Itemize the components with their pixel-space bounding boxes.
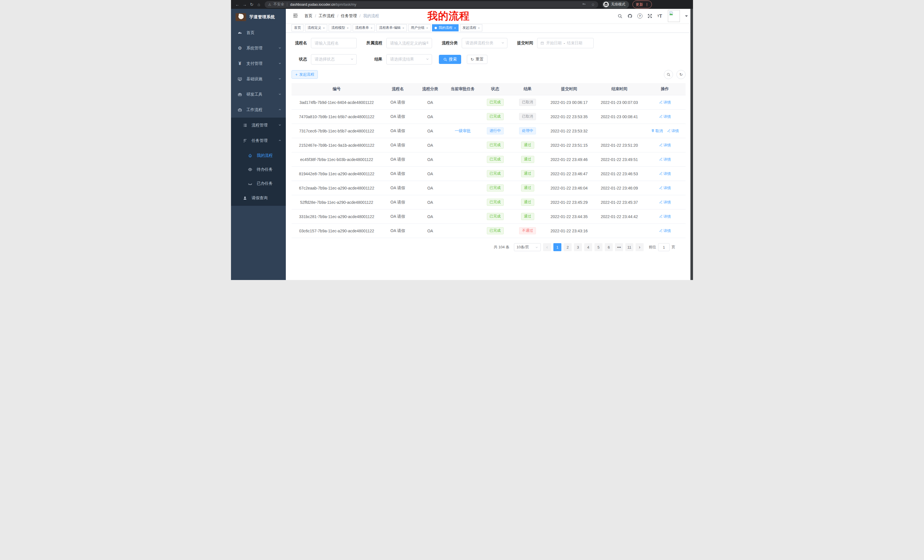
avatar[interactable] <box>668 10 680 22</box>
close-icon[interactable]: × <box>478 26 480 30</box>
detail-link[interactable]: 详情 <box>659 200 671 205</box>
page-button-6[interactable]: 6 <box>605 243 613 251</box>
cell-category: OA <box>414 167 447 181</box>
page-button-1[interactable]: 1 <box>554 243 561 251</box>
current-task-link[interactable]: 一级审批 <box>455 129 471 133</box>
submit-time-range-picker[interactable]: 开始日期 - 结束日期 <box>537 38 594 48</box>
breadcrumb-workflow[interactable]: 工作流程 <box>319 13 334 18</box>
detail-label: 详情 <box>664 171 671 177</box>
sidebar-collapse-icon[interactable] <box>292 13 298 19</box>
sidebar-item-dev-tools[interactable]: 研发工具 <box>231 87 286 102</box>
sidebar-item-done-tasks[interactable]: 已办任务 <box>231 177 286 190</box>
next-page-button[interactable]: › <box>636 243 644 251</box>
browser-forward-icon[interactable]: → <box>241 1 248 8</box>
tab-process-definition[interactable]: 流程定义× <box>305 24 327 31</box>
close-icon[interactable]: × <box>346 26 348 30</box>
start-process-button[interactable]: + 发起流程 <box>291 70 318 79</box>
tags-bar: 首页流程定义×流程模型×流程表单×流程表单-编辑×用户分组×我的流程×发起流程× <box>286 23 693 33</box>
browser-back-icon[interactable]: ← <box>234 1 241 8</box>
tab-process-form[interactable]: 流程表单× <box>352 24 375 31</box>
password-key-icon[interactable] <box>582 2 586 7</box>
sidebar-item-todo-tasks[interactable]: 待办任务 <box>231 162 286 177</box>
sidebar-item-process-management[interactable]: 流程管理 <box>231 118 286 133</box>
detail-link[interactable]: 详情 <box>659 100 671 105</box>
page-button-3[interactable]: 3 <box>574 243 582 251</box>
filter-row-1: 流程名 所属流程 流程分类 请选择流程分类 提交时间 开始日期 <box>291 38 686 48</box>
search-icon[interactable] <box>617 13 622 18</box>
cell-submit-time: 2022-01-23 00:06:17 <box>544 95 594 109</box>
detail-link[interactable]: 详情 <box>659 114 671 119</box>
sidebar-item-task-management[interactable]: 任务管理 <box>231 133 286 148</box>
browser-menu-icon[interactable]: ⋮ <box>645 2 649 7</box>
process-category-select[interactable]: 请选择流程分类 <box>462 38 507 48</box>
result-select[interactable]: 请选择流结果 <box>386 54 432 64</box>
cell-result: 不通过 <box>512 224 544 238</box>
cell-current-task <box>447 109 479 124</box>
reset-button[interactable]: ↻ 重置 <box>467 55 488 64</box>
sidebar-item-workflow[interactable]: 工作流程 <box>231 102 286 118</box>
breadcrumb-task-management[interactable]: 任务管理 <box>341 13 357 18</box>
close-icon[interactable]: × <box>454 26 456 30</box>
sidebar-item-home[interactable]: 首页 <box>231 25 286 40</box>
browser-reload-icon[interactable]: ↻ <box>248 1 255 8</box>
breadcrumb-home[interactable]: 首页 <box>304 13 312 18</box>
detail-link[interactable]: 详情 <box>659 157 671 162</box>
cancel-link[interactable]: 取消 <box>651 129 663 133</box>
edit-icon <box>659 172 663 176</box>
sidebar-item-infrastructure[interactable]: 基础设施 <box>231 71 286 87</box>
tab-user-group[interactable]: 用户分组× <box>408 24 430 31</box>
tab-home[interactable]: 首页 <box>291 24 303 31</box>
detail-link[interactable]: 详情 <box>659 186 671 191</box>
cell-process-name: OA 请假 <box>382 153 414 167</box>
page-button-5[interactable]: 5 <box>594 243 603 251</box>
show-search-button[interactable] <box>664 70 673 79</box>
status-badge: 已完成 <box>487 213 504 220</box>
detail-link[interactable]: 详情 <box>667 129 679 133</box>
close-icon[interactable]: × <box>323 26 325 30</box>
tab-process-model[interactable]: 流程模型× <box>328 24 351 31</box>
refresh-button[interactable]: ↻ <box>676 70 686 79</box>
os-scrollbar[interactable] <box>690 9 693 280</box>
chevron-down-icon <box>278 92 282 97</box>
page-button-11[interactable]: 11 <box>626 243 633 251</box>
process-name-input[interactable] <box>311 38 357 48</box>
close-icon[interactable]: × <box>370 26 372 30</box>
edit-icon <box>659 229 663 233</box>
sidebar-item-my-process[interactable]: 我的流程 <box>231 148 286 162</box>
process-definition-input[interactable] <box>386 38 432 48</box>
prev-page-button[interactable]: ‹ <box>543 243 551 251</box>
cell-id: 67c2eaab-7b9a-11ec-a290-acde48001122 <box>291 181 382 195</box>
tab-my-process[interactable]: 我的流程× <box>432 24 458 31</box>
bookmark-star-icon[interactable]: ☆ <box>591 2 595 7</box>
sidebar-item-system-management[interactable]: ⚙系统管理 <box>231 40 286 56</box>
chevron-down-icon[interactable] <box>685 15 688 18</box>
sidebar-item-payment-management[interactable]: ¥支付管理 <box>231 56 286 71</box>
detail-link[interactable]: 详情 <box>659 143 671 148</box>
more-pages-button[interactable]: ••• <box>615 243 623 251</box>
close-icon[interactable]: × <box>402 26 404 30</box>
github-icon[interactable] <box>627 13 633 18</box>
page-button-4[interactable]: 4 <box>584 243 592 251</box>
cell-status: 已完成 <box>479 181 512 195</box>
fullscreen-icon[interactable] <box>647 13 652 18</box>
tab-start-process[interactable]: 发起流程× <box>460 24 482 31</box>
cell-status: 进行中 <box>479 124 512 138</box>
page-button-2[interactable]: 2 <box>564 243 572 251</box>
tab-process-form-edit[interactable]: 流程表单-编辑× <box>376 24 406 31</box>
cell-id: 2152467e-7b9b-11ec-9a1b-acde48001122 <box>291 138 382 153</box>
help-icon[interactable]: ? <box>638 13 642 18</box>
browser-home-icon[interactable]: ⌂ <box>255 1 262 8</box>
address-bar[interactable]: ⚠ 不安全 dashboard.yudao.iocoder.cn/bpm/tas… <box>265 1 598 8</box>
sidebar-item-leave-query[interactable]: 请假查询 <box>231 190 286 206</box>
search-button[interactable]: 搜索 <box>439 55 461 64</box>
url-path: /bpm/task/my <box>335 3 356 7</box>
detail-link[interactable]: 详情 <box>659 214 671 219</box>
font-size-icon[interactable]: TT <box>657 14 662 18</box>
detail-link[interactable]: 详情 <box>659 171 671 177</box>
status-select[interactable]: 请选择状态 <box>311 54 357 64</box>
goto-page-input[interactable] <box>658 243 670 251</box>
page-size-select[interactable]: 10条/页 <box>514 243 541 251</box>
detail-link[interactable]: 详情 <box>659 228 671 234</box>
browser-update-button[interactable]: 更新 ⋮ <box>633 1 652 8</box>
close-icon[interactable]: × <box>426 26 428 30</box>
